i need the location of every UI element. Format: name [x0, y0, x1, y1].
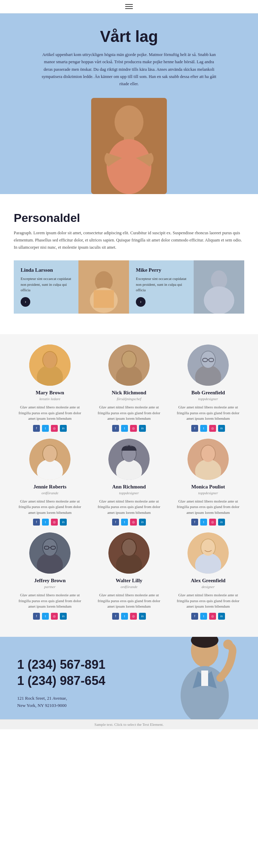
twitter-icon[interactable]: t [121, 519, 128, 526]
avatar-monica [187, 439, 229, 480]
member-role-alex: designer [174, 585, 243, 589]
featured-card-right-image [194, 260, 245, 314]
staff-title: Personaldel [14, 211, 244, 225]
staff-section: Personaldel Paragraph. Lorem ipsum dolor… [0, 194, 258, 334]
avatar-walter [108, 532, 150, 574]
featured-card-2: Mike Perry Excepteur sint occaecat cupid… [129, 260, 194, 314]
team-member-jennie-roberts: Jennie Roberts ordförande Glav amet nitn… [15, 439, 84, 526]
linkedin-icon[interactable]: in [60, 425, 67, 432]
social-icons-ann: f t ◎ in [95, 519, 163, 526]
team-grid-section: Mary Brown kreativ ledare Glav amet nitn… [0, 334, 258, 637]
avatar-jeffrey [29, 532, 71, 574]
linkedin-icon[interactable]: in [218, 425, 225, 432]
social-icons-walter: f t ◎ in [95, 613, 163, 620]
member-name-jeffrey: Jeffrey Brown [15, 578, 84, 584]
twitter-icon[interactable]: t [200, 425, 207, 432]
member-name-bob: Bob Greenfield [174, 390, 243, 396]
linkedin-icon[interactable]: in [218, 613, 225, 620]
member-bio-monica: Glav amet nitnsl libero molestie ante ut… [174, 498, 243, 516]
hero-title: Vårt lag [100, 27, 158, 46]
instagram-icon[interactable]: ◎ [209, 425, 216, 432]
sample-text-bar: Sample text. Click to select the Text El… [0, 719, 258, 729]
member-name-nick: Nick Richmond [95, 390, 163, 396]
card-1-text: Excepteur sint occaecat cupidatat non pr… [21, 276, 72, 293]
facebook-icon[interactable]: f [33, 519, 40, 526]
instagram-icon[interactable]: ◎ [130, 519, 137, 526]
twitter-icon[interactable]: t [121, 613, 128, 620]
hero-person-image [91, 98, 167, 194]
sample-text-label: Sample text. Click to select the Text El… [95, 722, 164, 726]
member-bio-ann: Glav amet nitnsl libero molestie ante ut… [95, 498, 163, 516]
linkedin-icon[interactable]: in [139, 425, 146, 432]
facebook-icon[interactable]: f [191, 519, 198, 526]
contact-info: 1 (234) 567-891 1 (234) 987-654 121 Rock… [17, 657, 241, 709]
avatar-nick-richmond [108, 345, 150, 386]
member-name-walter: Walter Lilly [95, 578, 163, 584]
member-role-walter: ordförande [95, 585, 163, 589]
member-role-mary-brown: kreativ ledare [15, 397, 84, 401]
card-1-arrow[interactable]: › [21, 297, 30, 307]
card-2-arrow[interactable]: › [136, 297, 146, 307]
linkedin-icon[interactable]: in [60, 613, 67, 620]
member-role-monica: toppdesigner [174, 491, 243, 495]
instagram-icon[interactable]: ◎ [51, 613, 58, 620]
twitter-icon[interactable]: t [200, 613, 207, 620]
member-bio-mary-brown: Glav amet nitnsl libero molestie ante ut… [15, 404, 84, 421]
navigation [0, 0, 258, 13]
member-role-ann: toppdesigner [95, 491, 163, 495]
member-name-jennie: Jennie Roberts [15, 484, 84, 490]
member-bio-jeffrey: Glav amet nitnsl libero molestie ante ut… [15, 592, 84, 609]
svg-point-3 [107, 139, 151, 194]
member-bio-walter: Glav amet nitnsl libero molestie ante ut… [95, 592, 163, 609]
instagram-icon[interactable]: ◎ [130, 613, 137, 620]
svg-point-29 [43, 446, 57, 462]
contact-phone-2: 1 (234) 987-654 [17, 673, 241, 688]
twitter-icon[interactable]: t [121, 425, 128, 432]
facebook-icon[interactable]: f [112, 425, 119, 432]
social-icons-jennie: f t ◎ in [15, 519, 84, 526]
svg-point-14 [43, 352, 57, 368]
facebook-icon[interactable]: f [33, 613, 40, 620]
member-bio-bob: Glav amet nitnsl libero molestie ante ut… [174, 404, 243, 421]
facebook-icon[interactable]: f [112, 519, 119, 526]
hamburger-menu[interactable] [125, 4, 133, 9]
instagram-icon[interactable]: ◎ [130, 425, 137, 432]
svg-rect-7 [94, 290, 114, 308]
team-member-nick-richmond: Nick Richmond försäljningschef Glav amet… [95, 345, 163, 432]
instagram-icon[interactable]: ◎ [51, 425, 58, 432]
svg-point-58 [223, 640, 233, 649]
twitter-icon[interactable]: t [42, 425, 49, 432]
svg-point-10 [204, 286, 234, 314]
twitter-icon[interactable]: t [42, 519, 49, 526]
contact-address-2: New York, NY 92103-9000 [17, 702, 241, 709]
member-role-bob: toppdesigner [174, 397, 243, 401]
twitter-icon[interactable]: t [200, 519, 207, 526]
facebook-icon[interactable]: f [33, 425, 40, 432]
team-row-1: Mary Brown kreativ ledare Glav amet nitn… [10, 345, 248, 432]
linkedin-icon[interactable]: in [60, 519, 67, 526]
member-bio-alex: Glav amet nitnsl libero molestie ante ut… [174, 592, 243, 609]
team-member-walter-lilly: Walter Lilly ordförande Glav amet nitnsl… [95, 532, 163, 620]
avatar-jennie [29, 439, 71, 480]
avatar-ann [108, 439, 150, 480]
linkedin-icon[interactable]: in [139, 519, 146, 526]
team-member-jeffrey-brown: Jeffrey Brown partner Glav amet nitnsl l… [15, 532, 84, 620]
instagram-icon[interactable]: ◎ [51, 519, 58, 526]
facebook-icon[interactable]: f [112, 613, 119, 620]
social-icons-nick: f t ◎ in [95, 425, 163, 432]
facebook-icon[interactable]: f [191, 613, 198, 620]
card-1-name: Linda Larsson [21, 267, 72, 273]
avatar-bob-greenfield [187, 345, 229, 386]
social-icons-alex: f t ◎ in [174, 613, 243, 620]
svg-point-52 [201, 539, 215, 556]
member-name-mary-brown: Mary Brown [15, 390, 84, 396]
instagram-icon[interactable]: ◎ [209, 519, 216, 526]
contact-address-1: 121 Rock Sreet, 21 Avenue, [17, 695, 241, 702]
twitter-icon[interactable]: t [42, 613, 49, 620]
linkedin-icon[interactable]: in [139, 613, 146, 620]
linkedin-icon[interactable]: in [218, 519, 225, 526]
member-role-jeffrey: partner [15, 585, 84, 589]
instagram-icon[interactable]: ◎ [209, 613, 216, 620]
social-icons-jeffrey: f t ◎ in [15, 613, 84, 620]
facebook-icon[interactable]: f [191, 425, 198, 432]
